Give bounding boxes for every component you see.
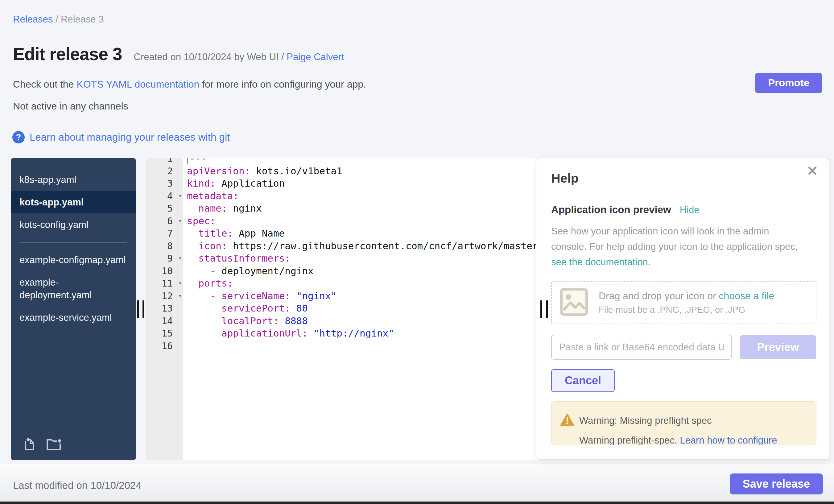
last-modified-text: Last modified on 10/10/2024: [13, 480, 141, 491]
created-meta: Created on 10/10/2024 by Web UI / Paige …: [134, 51, 344, 63]
breadcrumb-current: Release 3: [61, 14, 104, 25]
help-panel: ✕ Help Application icon preview Hide See…: [536, 158, 829, 460]
gutter-row: 16: [147, 339, 183, 352]
icon-preview-title: Application icon preview: [551, 204, 671, 216]
icon-link-row: Preview: [551, 335, 816, 360]
gutter-row: 14: [147, 314, 183, 327]
gutter-row: 9▾: [147, 252, 183, 265]
preflight-warning-box: Warning: Missing preflight spec Warning …: [551, 401, 816, 445]
resize-bar: [540, 301, 542, 318]
file-item[interactable]: kots-config.yaml: [11, 214, 136, 236]
gutter-row: 4▾: [147, 190, 183, 202]
git-help-row: ? Learn about managing your releases wit…: [12, 131, 230, 144]
docs-prefix: Check out the: [13, 79, 74, 90]
image-placeholder-icon: [560, 288, 588, 317]
hide-link[interactable]: Hide: [680, 204, 700, 216]
fold-arrow-icon[interactable]: ▾: [179, 292, 182, 299]
learn-how-to-configure-link[interactable]: Learn how to configure: [680, 435, 777, 445]
warning-icon: [560, 413, 574, 428]
icon-dropzone[interactable]: Drag and drop your icon or choose a file…: [551, 281, 816, 324]
breadcrumb: Releases / Release 3: [13, 14, 104, 25]
desc-suffix: .: [648, 257, 651, 267]
fold-arrow-icon[interactable]: ▾: [179, 255, 182, 261]
created-author-link[interactable]: Paige Calvert: [287, 51, 344, 62]
text-cursor: [187, 158, 188, 164]
indent-guide: [210, 296, 210, 333]
git-releases-link[interactable]: Learn about managing your releases with …: [29, 131, 230, 143]
new-file-icon[interactable]: [23, 437, 37, 452]
gutter-row: 15: [147, 327, 183, 339]
new-folder-icon[interactable]: [46, 437, 63, 452]
gutter-row: 1: [147, 158, 183, 165]
workspace: k8s-app.yamlkots-app.yamlkots-config.yam…: [11, 158, 829, 460]
gutter-row: 2: [147, 165, 183, 177]
save-release-button[interactable]: Save release: [730, 474, 823, 495]
file-item[interactable]: k8s-app.yaml: [11, 169, 136, 191]
gutter-row: 8: [147, 240, 183, 252]
kots-yaml-docs-link[interactable]: KOTS YAML documentation: [76, 79, 199, 90]
gutter-row: 6▾: [147, 215, 183, 227]
gutter-row: 3: [147, 177, 183, 190]
file-item[interactable]: example-service.yaml: [11, 306, 136, 329]
resize-bar: [137, 301, 139, 318]
file-item[interactable]: kots-app.yaml: [11, 191, 136, 214]
bottom-edge-strip: [0, 502, 834, 504]
desc-text: See how your application icon will look …: [551, 226, 798, 252]
editor-gutter: 1234▾56▾789▾1011▾12▾13141516: [147, 158, 183, 352]
sidebar-actions: [23, 437, 63, 452]
preview-button[interactable]: Preview: [740, 335, 816, 359]
channel-status: Not active in any channels: [13, 101, 128, 112]
fold-arrow-icon[interactable]: ▾: [179, 192, 182, 199]
question-circle-icon[interactable]: ?: [12, 131, 25, 144]
breadcrumb-separator: /: [56, 14, 61, 25]
icon-preview-section-header: Application icon preview Hide: [551, 204, 700, 216]
created-text: Created on 10/10/2024 by Web UI /: [134, 51, 284, 62]
dropzone-line2: File must be a .PNG, .JPEG, or .JPG: [599, 305, 774, 315]
file-tree-divider: [19, 242, 127, 242]
resize-bar: [142, 301, 144, 318]
file-list: k8s-app.yamlkots-app.yamlkots-config.yam…: [11, 169, 136, 329]
promote-button[interactable]: Promote: [755, 73, 822, 93]
sidebar-resize-handle[interactable]: [137, 301, 149, 318]
resize-bar: [546, 301, 548, 318]
fold-arrow-icon[interactable]: ▾: [179, 280, 182, 286]
edit-release-page: Releases / Release 3 Edit release 3 Crea…: [0, 0, 834, 504]
file-item[interactable]: example-configmap.yaml: [11, 248, 136, 271]
docs-row: Check out the KOTS YAML documentation fo…: [13, 79, 366, 90]
dropzone-line1: Drag and drop your icon or choose a file: [599, 290, 774, 302]
fold-arrow-icon[interactable]: ▾: [179, 217, 182, 224]
docs-suffix: for more info on configuring your app.: [202, 79, 366, 90]
gutter-row: 12▾: [147, 290, 183, 302]
file-tree-sidebar: k8s-app.yamlkots-app.yamlkots-config.yam…: [11, 158, 136, 460]
title-row: Edit release 3 Created on 10/10/2024 by …: [13, 44, 344, 64]
see-documentation-link[interactable]: see the documentation: [551, 257, 648, 267]
dropzone-text: Drag and drop your icon or choose a file…: [599, 290, 774, 315]
warning-title: Warning: Missing preflight spec: [579, 415, 712, 426]
cancel-button[interactable]: Cancel: [551, 369, 615, 392]
gutter-row: 10: [147, 265, 183, 277]
sidebar-bottom-divider: [19, 428, 127, 428]
icon-preview-description: See how your application icon will look …: [551, 224, 807, 270]
gutter-row: 5: [147, 202, 183, 215]
page-title: Edit release 3: [13, 44, 122, 64]
warning-detail: Warning preflight-spec. Learn how to con…: [579, 435, 777, 445]
dropzone-line1-text: Drag and drop your icon or: [599, 290, 716, 301]
close-icon[interactable]: ✕: [806, 164, 818, 178]
breadcrumb-releases-link[interactable]: Releases: [13, 14, 53, 25]
warning-detail-text: Warning preflight-spec.: [579, 435, 677, 445]
gutter-row: 13: [147, 302, 183, 314]
help-panel-resize-handle[interactable]: [540, 301, 552, 318]
file-item[interactable]: example-deployment.yaml: [11, 271, 136, 306]
gutter-row: 11▾: [147, 277, 183, 290]
choose-a-file-link[interactable]: choose a file: [719, 290, 774, 301]
help-title: Help: [551, 171, 578, 186]
gutter-row: 7: [147, 227, 183, 240]
icon-url-input[interactable]: [551, 335, 732, 360]
footer-bar: Last modified on 10/10/2024 Save release: [0, 464, 834, 502]
